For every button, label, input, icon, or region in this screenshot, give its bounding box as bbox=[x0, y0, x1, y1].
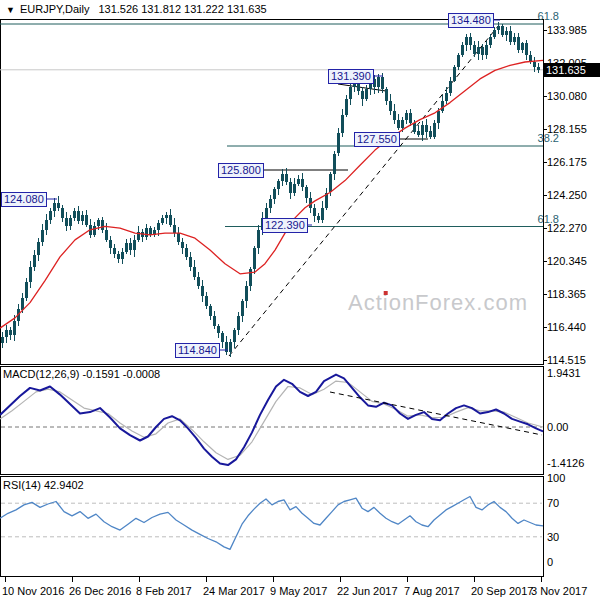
price-axis-label: 114.515 bbox=[547, 354, 586, 366]
time-axis-label: 20 Sep 2017 bbox=[471, 585, 533, 597]
rsi-pane[interactable] bbox=[0, 476, 544, 577]
symbol-dropdown-icon[interactable]: ▼ bbox=[0, 5, 20, 15]
ohlc-values: 131.526 131.812 131.222 131.635 bbox=[98, 3, 266, 15]
price-callout: 134.480 bbox=[448, 13, 494, 28]
symbol-title: EURJPY,Daily bbox=[20, 3, 90, 15]
time-axis-tick bbox=[273, 577, 274, 582]
time-axis-label: 26 Dec 2016 bbox=[69, 585, 131, 597]
macd-pane[interactable] bbox=[0, 366, 544, 475]
rsi-indicator-label: RSI(14) 42.9402 bbox=[3, 479, 84, 491]
price-axis-label: 120.345 bbox=[547, 255, 587, 267]
price-callout: 114.840 bbox=[175, 343, 220, 358]
price-axis-label: 124.250 bbox=[547, 189, 587, 201]
price-axis-label: 118.365 bbox=[547, 288, 586, 300]
time-axis-label: 24 Mar 2017 bbox=[203, 585, 265, 597]
indicator-axis-label: 0.00 bbox=[547, 421, 568, 433]
time-axis-tick bbox=[541, 577, 542, 582]
price-callout: 124.080 bbox=[1, 192, 47, 207]
time-axis-tick bbox=[5, 577, 6, 582]
macd-label-name: MACD(12,26,9) bbox=[3, 368, 79, 380]
rsi-label-name: RSI(14) bbox=[3, 479, 41, 491]
time-axis-label: 3 Nov 2017 bbox=[531, 585, 587, 597]
indicator-axis-label: -1.4126 bbox=[547, 457, 584, 469]
price-chart-pane[interactable]: ActionForex.com bbox=[0, 19, 544, 365]
time-axis-tick bbox=[206, 577, 207, 582]
time-axis-label: 7 Aug 2017 bbox=[404, 585, 460, 597]
time-axis-tick bbox=[407, 577, 408, 582]
time-axis-tick bbox=[340, 577, 341, 582]
fib-level-label: 61.8 bbox=[533, 213, 559, 225]
time-axis-tick bbox=[474, 577, 475, 582]
time-axis-label: 8 Feb 2017 bbox=[136, 585, 192, 597]
fib-level-label: 38.2 bbox=[533, 132, 559, 144]
indicator-axis-label: 0 bbox=[547, 556, 553, 568]
chart-window: ▼EURJPY,Daily131.526 131.812 131.222 131… bbox=[0, 0, 600, 600]
indicator-axis-label: 1.9431 bbox=[547, 367, 581, 379]
watermark-text: ActionForex.com bbox=[348, 290, 528, 315]
indicator-axis-label: 70 bbox=[547, 497, 559, 509]
price-axis-label: 133.985 bbox=[547, 24, 587, 36]
price-callout: 122.390 bbox=[262, 218, 308, 233]
macd-indicator-label: MACD(12,26,9) -0.1591 -0.0008 bbox=[3, 368, 160, 380]
title-bar: ▼EURJPY,Daily131.526 131.812 131.222 131… bbox=[0, 0, 600, 19]
indicator-axis-label: 100 bbox=[547, 472, 565, 484]
time-axis-label: 9 May 2017 bbox=[270, 585, 327, 597]
price-axis-label: 116.440 bbox=[547, 321, 586, 333]
current-price-tag: 131.635 bbox=[543, 63, 600, 77]
indicator-axis-label: 30 bbox=[547, 531, 559, 543]
time-axis-tick bbox=[72, 577, 73, 582]
price-callout: 127.550 bbox=[354, 132, 400, 147]
price-axis-label: 126.175 bbox=[547, 156, 587, 168]
price-axis-label: 130.080 bbox=[547, 90, 587, 102]
rsi-label-value: 42.9402 bbox=[44, 479, 84, 491]
macd-label-values: -0.1591 -0.0008 bbox=[82, 368, 160, 380]
time-axis-tick bbox=[139, 577, 140, 582]
watermark-red-dot bbox=[384, 291, 388, 295]
time-axis-label: 10 Nov 2016 bbox=[2, 585, 64, 597]
price-callout: 125.800 bbox=[218, 163, 264, 178]
price-callout: 131.390 bbox=[328, 69, 374, 84]
time-axis-label: 22 Jun 2017 bbox=[337, 585, 398, 597]
fib-level-label: 61.8 bbox=[533, 10, 559, 22]
